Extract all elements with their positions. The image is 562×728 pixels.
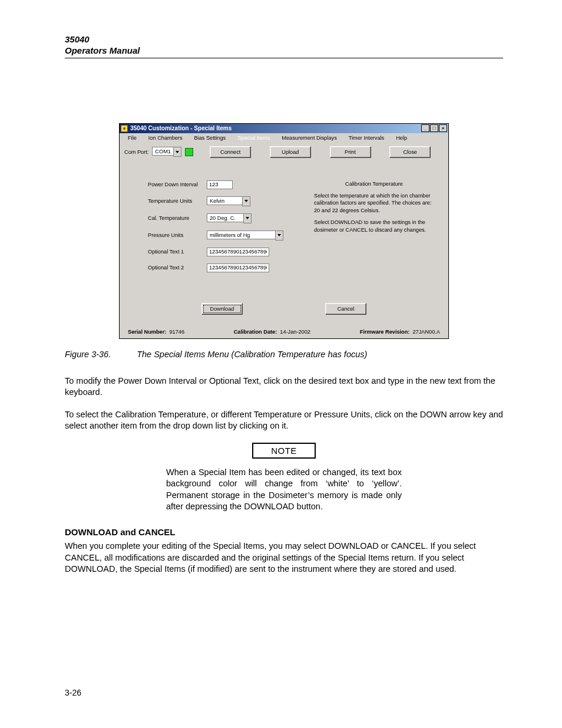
close-window-button[interactable]: × (439, 124, 447, 132)
section-heading: DOWNLOAD and CANCEL (65, 527, 503, 537)
combo-value: Kelvin (207, 196, 242, 205)
info-title: Calibration Temperature (314, 180, 434, 187)
status-fw-label: Firmware Revision: (360, 329, 410, 335)
info-paragraph-2: Select DOWNLOAD to save the settings in … (314, 219, 434, 233)
form-row: Temperature UnitsKelvin (148, 196, 303, 206)
main-area: Power Down IntervalTemperature UnitsKelv… (120, 164, 448, 286)
figure-caption: Figure 3-36.The Special Items Menu (Cali… (65, 350, 503, 359)
toolbar: Com Port: COM1 Connect Upload Print Clos… (120, 143, 448, 164)
connection-status-led (185, 148, 193, 156)
chevron-down-icon (275, 230, 283, 241)
comport-label: Com Port: (124, 149, 148, 155)
menu-item-help[interactable]: Help (390, 134, 413, 141)
menu-item-file[interactable]: File (122, 134, 143, 141)
print-button[interactable]: Print (330, 146, 371, 158)
download-button[interactable]: Download (201, 303, 243, 315)
info-panel: Calibration Temperature Select the tempe… (314, 180, 438, 279)
body-paragraph-2: To select the Calibration Temperature, o… (65, 409, 503, 432)
cancel-button[interactable]: Cancel (325, 303, 366, 315)
form-text-input[interactable] (207, 180, 233, 189)
form-label: Pressure Units (148, 232, 207, 238)
form-combo[interactable]: Kelvin (207, 196, 250, 206)
status-caldate-label: Calibration Date: (234, 329, 277, 335)
connect-button[interactable]: Connect (210, 146, 251, 158)
status-fw-value: 27JAN00.A (413, 329, 440, 335)
note-body: When a Special Item has been edited or c… (166, 467, 402, 513)
status-serial-label: Serial Number: (128, 329, 166, 335)
close-button[interactable]: Close (389, 146, 431, 158)
header-subtitle: Operators Manual (65, 45, 503, 57)
status-caldate-value: 14-Jan-2002 (280, 329, 310, 335)
form-column: Power Down IntervalTemperature UnitsKelv… (148, 180, 303, 279)
info-paragraph-1: Select the temperature at which the ion … (314, 192, 434, 214)
form-combo[interactable]: 20 Deg. C. (207, 213, 252, 223)
comport-select[interactable]: COM1 (152, 147, 181, 157)
minimize-button[interactable]: _ (421, 124, 429, 132)
menu-item-ion-chambers[interactable]: Ion Chambers (143, 134, 189, 141)
form-label: Cal. Temperature (148, 215, 207, 221)
form-row: Pressure Unitsmillimeters of Hg (148, 230, 303, 241)
form-row: Optional Text 2 (148, 263, 303, 272)
app-window: 35040 Customization - Special Items _ □ … (119, 123, 449, 339)
upload-button[interactable]: Upload (270, 146, 311, 158)
form-label: Optional Text 1 (148, 249, 207, 255)
menu-item-timer-intervals[interactable]: Timer Intervals (343, 134, 390, 141)
chevron-down-icon (173, 147, 181, 157)
form-combo[interactable]: millimeters of Hg (207, 230, 283, 241)
body-paragraph-1: To modify the Power Down Interval or Opt… (65, 375, 503, 398)
form-row: Optional Text 1 (148, 248, 303, 256)
titlebar: 35040 Customization - Special Items _ □ … (120, 124, 448, 133)
menu-item-special-items[interactable]: Special Items (232, 134, 276, 141)
form-label: Temperature Units (148, 198, 207, 204)
page-number: 3-26 (65, 688, 81, 697)
page-header: 35040 Operators Manual (65, 34, 503, 58)
menu-item-measurement-displays[interactable]: Measurement Displays (276, 134, 342, 141)
chevron-down-icon (243, 213, 252, 223)
menubar: FileIon ChambersBias SettingsSpecial Ite… (120, 133, 448, 143)
header-model: 35040 (65, 34, 503, 45)
combo-value: 20 Deg. C. (207, 213, 243, 222)
form-label: Optional Text 2 (148, 265, 207, 271)
form-text-input[interactable] (207, 248, 269, 256)
app-icon (121, 125, 128, 132)
status-serial-value: 91746 (169, 329, 184, 335)
body-paragraph-3: When you complete your editing of the Sp… (65, 541, 503, 575)
form-row: Power Down Interval (148, 180, 303, 189)
note-tag: NOTE (252, 443, 316, 459)
combo-value: millimeters of Hg (207, 230, 275, 239)
menu-item-bias-settings[interactable]: Bias Settings (189, 134, 232, 141)
form-text-input[interactable] (207, 263, 269, 272)
maximize-button[interactable]: □ (430, 124, 438, 132)
statusbar: Serial Number: 91746 Calibration Date: 1… (120, 327, 448, 338)
form-label: Power Down Interval (148, 182, 207, 187)
figure-number: Figure 3-36. (65, 350, 111, 359)
chevron-down-icon (242, 196, 250, 206)
dialog-buttons: Download Cancel (120, 286, 448, 327)
figure-text: The Special Items Menu (Calibration Temp… (137, 350, 367, 359)
window-title: 35040 Customization - Special Items (130, 125, 232, 131)
form-row: Cal. Temperature20 Deg. C. (148, 213, 303, 223)
